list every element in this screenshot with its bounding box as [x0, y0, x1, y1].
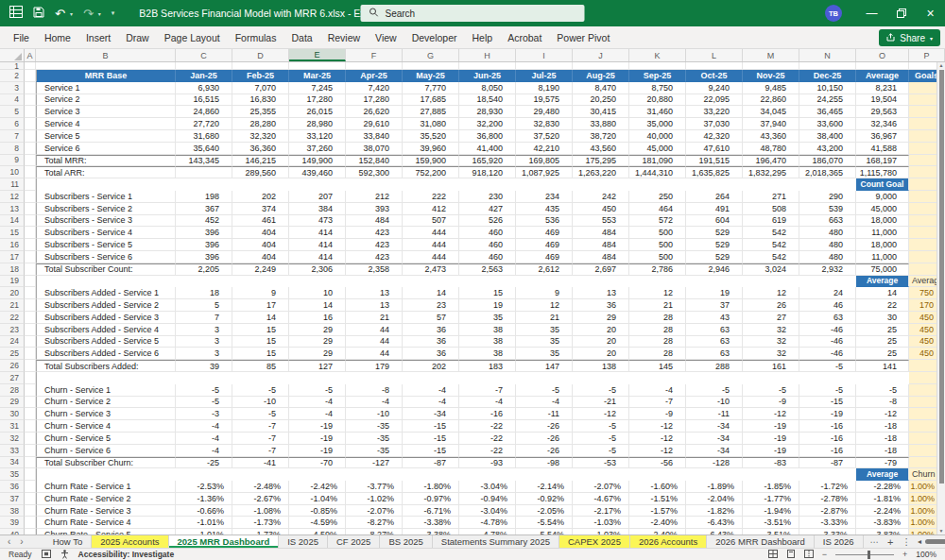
cell-M33[interactable]: -19	[743, 445, 799, 457]
cell-L21[interactable]: 37	[686, 299, 743, 312]
cell-D37[interactable]: -2.67%	[232, 493, 289, 505]
cell-A29[interactable]	[25, 397, 36, 409]
cell-E36[interactable]: -2.42%	[289, 481, 346, 493]
cell-H11[interactable]	[459, 178, 516, 191]
row-header-15[interactable]: 15	[0, 227, 25, 239]
cell-J11[interactable]	[573, 178, 629, 191]
cell-A24[interactable]	[25, 336, 36, 348]
cell-K28[interactable]: -4	[629, 384, 686, 397]
cell-J32[interactable]: -5	[573, 433, 629, 445]
cell-I39[interactable]: -5.54%	[516, 517, 573, 529]
cell-M2[interactable]: Nov-25	[743, 70, 799, 82]
cell-M25[interactable]: 32	[743, 348, 799, 360]
cell-L32[interactable]: -34	[686, 433, 743, 445]
row-header-23[interactable]: 23	[0, 324, 25, 336]
scroll-down-icon[interactable]: ▼	[939, 528, 944, 535]
cell-C40[interactable]: -1.01%	[176, 529, 232, 535]
cell-C29[interactable]: -5	[176, 397, 232, 409]
cell-L2[interactable]: Oct-25	[686, 70, 743, 82]
cell-I27[interactable]	[516, 372, 573, 384]
row-header-40[interactable]: 40	[0, 529, 25, 535]
cell-E10[interactable]: 439,460	[289, 166, 346, 178]
cell-G22[interactable]: 57	[403, 312, 459, 324]
cell-O31[interactable]: -18	[856, 420, 909, 433]
cell-O21[interactable]: 22	[856, 299, 909, 312]
cell-C6[interactable]: 27,720	[176, 118, 232, 130]
row-header-34[interactable]: 34	[0, 457, 25, 469]
cell-F14[interactable]: 484	[346, 215, 403, 228]
cell-G13[interactable]: 412	[403, 203, 459, 215]
cell-B28[interactable]: Churn - Service 1	[36, 384, 176, 397]
cell-F38[interactable]: -2.07%	[346, 505, 403, 518]
new-sheet-icon[interactable]: +	[887, 536, 893, 548]
cell-D5[interactable]: 25,355	[232, 106, 289, 118]
row-header-5[interactable]: 5	[0, 106, 25, 118]
cell-F39[interactable]: -8.27%	[346, 517, 403, 529]
cell-C34[interactable]: -25	[176, 457, 232, 469]
cell-N14[interactable]: 663	[799, 215, 856, 228]
cell-K13[interactable]: 464	[629, 203, 686, 215]
cell-D21[interactable]: 17	[232, 299, 289, 312]
cell-D34[interactable]: -41	[232, 457, 289, 469]
cell-G16[interactable]: 444	[403, 239, 459, 251]
cell-O30[interactable]: -12	[856, 408, 909, 420]
cell-J19[interactable]	[573, 276, 629, 288]
cell-D36[interactable]: -2.48%	[232, 481, 289, 493]
cell-M30[interactable]: -12	[743, 408, 799, 420]
cell-J7[interactable]: 38,720	[573, 130, 629, 143]
cell-G35[interactable]	[403, 468, 459, 481]
cell-J6[interactable]: 33,880	[573, 118, 629, 130]
row-header-24[interactable]: 24	[0, 336, 25, 348]
cell-A33[interactable]	[25, 445, 36, 457]
cell-E37[interactable]: -1.04%	[289, 493, 346, 505]
cell-H6[interactable]: 32,200	[459, 118, 516, 130]
cell-O7[interactable]: 36,967	[856, 130, 909, 143]
cell-A25[interactable]	[25, 348, 36, 360]
sheet-tab-statements-summary-2025[interactable]: Statements Summary 2025	[433, 535, 559, 548]
cell-N29[interactable]: -15	[799, 397, 856, 409]
cell-D23[interactable]: 15	[232, 324, 289, 336]
cell-K3[interactable]: 8,750	[629, 82, 686, 94]
cell-I37[interactable]: -0.92%	[516, 493, 573, 505]
cell-B18[interactable]: Total Subscriber Count:	[36, 263, 176, 276]
cell-K21[interactable]: 21	[629, 299, 686, 312]
cell-A32[interactable]	[25, 433, 36, 445]
sheet-tab-capex-2025[interactable]: CAPEX 2025	[559, 535, 630, 548]
row-header-8[interactable]: 8	[0, 143, 25, 155]
cell-I11[interactable]	[516, 178, 573, 191]
cell-B38[interactable]: Churn Rate - Service 3	[36, 505, 176, 518]
cell-M31[interactable]: -19	[743, 420, 799, 433]
cell-A3[interactable]	[25, 82, 36, 94]
cell-E3[interactable]: 7,245	[289, 82, 346, 94]
cell-G28[interactable]: -4	[403, 384, 459, 397]
macro-record-icon[interactable]	[42, 550, 51, 560]
row-header-39[interactable]: 39	[0, 517, 25, 529]
cell-D29[interactable]: -10	[232, 397, 289, 409]
cell-J39[interactable]: -1.03%	[573, 517, 629, 529]
cell-D17[interactable]: 404	[232, 251, 289, 263]
cell-G37[interactable]: -0.97%	[403, 493, 459, 505]
cell-O14[interactable]: 18,000	[856, 215, 909, 228]
column-header-M[interactable]: M	[743, 49, 799, 61]
row-header-6[interactable]: 6	[0, 118, 25, 130]
cell-H17[interactable]: 460	[459, 251, 516, 263]
cell-N24[interactable]: -46	[799, 336, 856, 348]
cell-H20[interactable]: 15	[459, 287, 516, 299]
cell-F18[interactable]: 2,358	[346, 263, 403, 276]
cell-E22[interactable]: 16	[289, 312, 346, 324]
cell-F1[interactable]	[346, 62, 403, 70]
cell-L29[interactable]: -10	[686, 397, 743, 409]
cell-L24[interactable]: 63	[686, 336, 743, 348]
row-header-27[interactable]: 27	[0, 372, 25, 384]
cell-K26[interactable]: 145	[629, 360, 686, 372]
cell-B39[interactable]: Churn Rate - Service 4	[36, 517, 176, 529]
cell-O35[interactable]: Average	[856, 468, 909, 481]
cell-O4[interactable]: 19,504	[856, 94, 909, 107]
cell-K32[interactable]: -12	[629, 433, 686, 445]
cell-N38[interactable]: -2.87%	[799, 505, 856, 518]
cell-G9[interactable]: 159,900	[403, 155, 459, 167]
cell-K5[interactable]: 31,460	[629, 106, 686, 118]
cell-B37[interactable]: Churn Rate - Service 2	[36, 493, 176, 505]
cell-O23[interactable]: 25	[856, 324, 909, 336]
cell-F17[interactable]: 423	[346, 251, 403, 263]
